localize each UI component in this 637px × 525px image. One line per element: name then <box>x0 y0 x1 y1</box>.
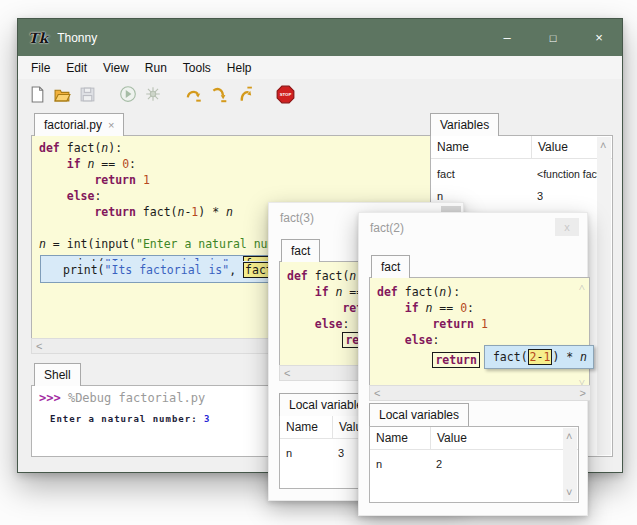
maximize-button[interactable]: □ <box>530 19 576 56</box>
shell-io-text: Enter a natural number: <box>50 414 204 424</box>
fact2-code-lines: def fact(n): if n == 0: return 1 else: r… <box>377 284 589 364</box>
variables-header: Name Value <box>431 136 612 159</box>
toolbar: STOP <box>18 79 622 109</box>
stack-window-fact2: fact(2) x fact def fact(n): if n == 0: r… <box>358 212 588 516</box>
var-name: n <box>370 458 430 470</box>
shell-prompt: >>> <box>39 391 68 405</box>
var-value: 3 <box>332 447 344 459</box>
new-file-icon[interactable] <box>26 83 48 105</box>
menu-bar: File Edit View Run Tools Help <box>18 56 622 79</box>
var-value: 3 <box>531 190 543 202</box>
tab-close-icon[interactable]: × <box>108 119 114 131</box>
tab-label: factorial.py <box>44 118 102 132</box>
close-button[interactable]: × <box>576 19 622 56</box>
close-icon[interactable]: x <box>555 218 579 236</box>
menu-edit[interactable]: Edit <box>58 58 95 78</box>
scroll-down-icon[interactable]: ˅ <box>566 487 572 498</box>
scroll-right-icon[interactable]: ˃ <box>580 388 586 399</box>
run-script-icon[interactable] <box>117 83 139 105</box>
scroll-left-icon[interactable]: ˂ <box>374 388 380 399</box>
minimize-button[interactable]: – <box>484 19 530 56</box>
scroll-left-icon[interactable]: ˂ <box>36 341 42 352</box>
scroll-left-icon[interactable]: ˂ <box>284 368 290 379</box>
column-value[interactable]: Value <box>430 427 578 449</box>
code-line: returnfact(2-1) * n <box>377 348 589 364</box>
fact2-code-area[interactable]: def fact(n): if n == 0: return 1 else: r… <box>369 277 590 393</box>
var-value: <function fact a <box>531 168 607 180</box>
fact2-locals-panel: Name Value n 2 ˄ ˅ <box>369 426 579 503</box>
column-name[interactable]: Name <box>431 140 531 154</box>
code-line: if n == 0: <box>377 300 589 316</box>
window-title: Thonny <box>57 31 97 45</box>
open-file-icon[interactable] <box>51 83 73 105</box>
variables-vscrollbar[interactable]: ˄ <box>597 137 611 455</box>
tab-label: fact <box>291 244 310 258</box>
title-bar[interactable]: Tk Thonny – □ × <box>18 19 622 56</box>
stop-icon[interactable]: STOP <box>274 83 296 105</box>
debug-script-icon[interactable] <box>142 83 164 105</box>
tab-local-variables[interactable]: Local variables <box>369 403 469 426</box>
step-out-icon[interactable] <box>233 83 255 105</box>
tab-factorial-py[interactable]: factorial.py× <box>34 113 124 136</box>
column-name[interactable]: Name <box>280 420 332 434</box>
tab-label: Local variables <box>379 408 459 422</box>
menu-run[interactable]: Run <box>137 58 175 78</box>
tab-fact[interactable]: fact <box>281 239 320 262</box>
tab-shell[interactable]: Shell <box>34 363 81 386</box>
scroll-up-icon[interactable]: ˄ <box>579 282 585 293</box>
menu-help[interactable]: Help <box>219 58 260 78</box>
var-name: fact <box>431 168 531 180</box>
svg-text:STOP: STOP <box>279 92 291 97</box>
thonny-logo-icon: Tk <box>28 31 48 45</box>
menu-tools[interactable]: Tools <box>175 58 219 78</box>
stack-window-title: fact(3) <box>280 211 314 225</box>
code-line: return 1 <box>39 172 433 188</box>
stack-window-title: fact(2) <box>370 221 404 235</box>
scroll-up-icon[interactable]: ˄ <box>566 431 572 442</box>
table-row[interactable]: n 2 <box>370 453 578 475</box>
table-row[interactable]: fact <function fact a <box>431 163 612 185</box>
fact2-hscrollbar[interactable]: ˂ ˃ <box>369 385 591 401</box>
tab-label: fact <box>381 260 400 274</box>
tab-fact[interactable]: fact <box>371 255 410 278</box>
tab-label: Variables <box>440 118 489 132</box>
scroll-down-icon[interactable]: ˅ <box>579 377 585 388</box>
code-line: if n == 0: <box>39 156 433 172</box>
tab-variables[interactable]: Variables <box>430 113 499 136</box>
column-name[interactable]: Name <box>370 431 430 445</box>
step-into-icon[interactable] <box>208 83 230 105</box>
code-line: def fact(n): <box>377 284 589 300</box>
step-over-icon[interactable] <box>183 83 205 105</box>
var-name: n <box>431 190 531 202</box>
menu-file[interactable]: File <box>23 58 58 78</box>
scroll-up-icon[interactable]: ˄ <box>600 140 606 151</box>
tab-label: Shell <box>44 368 71 382</box>
save-file-icon[interactable] <box>76 83 98 105</box>
shell-io-value: 3 <box>204 414 210 424</box>
menu-view[interactable]: View <box>95 58 137 78</box>
locals-header: Name Value <box>370 427 578 450</box>
locals-vscrollbar[interactable]: ˄ ˅ <box>563 428 577 501</box>
shell-command: %Debug factorial.py <box>68 391 205 405</box>
var-value: 2 <box>430 458 442 470</box>
window-controls: – □ × <box>484 19 622 56</box>
code-line: def fact(n): <box>39 140 433 156</box>
var-name: n <box>280 447 332 459</box>
code-line: return 1 <box>377 316 589 332</box>
